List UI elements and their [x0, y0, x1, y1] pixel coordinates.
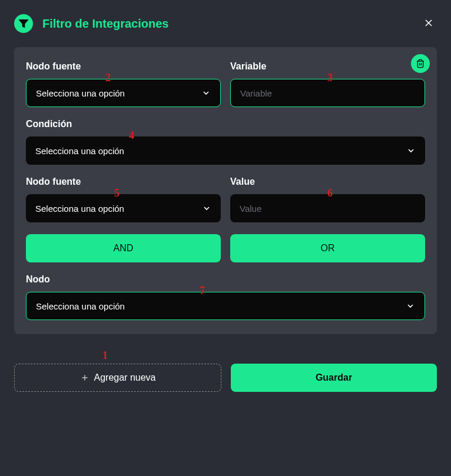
source-node-field-2: Nodo fuente 5 Selecciona una opción: [26, 177, 221, 222]
svg-marker-0: [19, 20, 27, 27]
chevron-down-icon: [406, 146, 416, 155]
plus-icon: [80, 373, 89, 382]
or-button[interactable]: OR: [230, 234, 425, 262]
filter-icon-circle: [14, 14, 33, 33]
annotation-1: 1: [102, 349, 108, 362]
add-button[interactable]: Agregar nueva: [14, 364, 221, 392]
filter-card: Nodo fuente 2 Selecciona una opción Vari…: [14, 47, 437, 334]
condition-field: Condición 4 Selecciona una opción: [26, 119, 425, 165]
chevron-down-icon: [202, 204, 211, 213]
variable-input[interactable]: [230, 79, 425, 107]
save-button[interactable]: Guardar: [231, 364, 437, 392]
modal-title: Filtro de Integraciones: [42, 17, 168, 31]
variable-label: Variable: [230, 61, 425, 72]
node-label: Nodo: [26, 274, 425, 285]
chevron-down-icon: [201, 88, 211, 98]
source-node-select-2[interactable]: Selecciona una opción: [26, 194, 221, 222]
footer: 1 Agregar nueva Guardar: [14, 364, 437, 392]
modal-header: Filtro de Integraciones: [14, 14, 437, 33]
select-placeholder: Selecciona una opción: [36, 301, 125, 311]
value-label: Value: [230, 177, 425, 187]
condition-select[interactable]: Selecciona una opción: [26, 137, 425, 165]
source-node-field-1: Nodo fuente 2 Selecciona una opción: [26, 61, 221, 107]
node-select[interactable]: Selecciona una opción: [26, 292, 425, 320]
select-placeholder: Selecciona una opción: [35, 204, 124, 214]
close-icon: [423, 17, 435, 29]
logic-row: AND OR: [26, 234, 425, 262]
condition-label: Condición: [26, 119, 425, 129]
source-node-label-2: Nodo fuente: [26, 177, 221, 187]
source-node-select-1[interactable]: Selecciona una opción: [26, 79, 221, 107]
add-button-label: Agregar nueva: [94, 372, 156, 383]
and-button[interactable]: AND: [26, 234, 221, 262]
node-field: Nodo 7 Selecciona una opción: [26, 274, 425, 320]
variable-field: Variable 3: [230, 61, 425, 107]
source-node-label-1: Nodo fuente: [26, 61, 221, 72]
select-placeholder: Selecciona una opción: [35, 146, 124, 156]
value-input[interactable]: [230, 194, 425, 222]
close-button[interactable]: [420, 15, 437, 33]
select-placeholder: Selecciona una opción: [36, 88, 125, 98]
value-field: Value 6: [230, 177, 425, 222]
chevron-down-icon: [406, 301, 415, 311]
filter-icon: [19, 19, 28, 28]
header-left: Filtro de Integraciones: [14, 14, 168, 33]
